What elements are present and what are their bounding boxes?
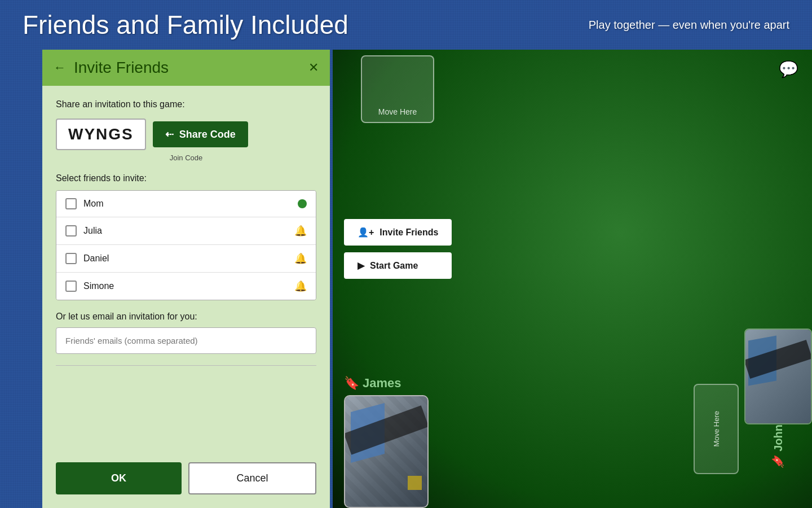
friend-bell-simone: 🔔 bbox=[294, 280, 307, 292]
start-game-label: Start Game bbox=[370, 261, 418, 271]
chat-icon[interactable]: 💬 bbox=[779, 60, 798, 78]
select-friends-label: Select friends to invite: bbox=[56, 173, 316, 183]
james-card bbox=[344, 395, 429, 508]
back-button[interactable]: ← bbox=[54, 60, 66, 75]
panel-footer: OK Cancel bbox=[42, 453, 330, 508]
friend-online-dot-mom bbox=[298, 199, 307, 208]
friend-item-julia: Julia 🔔 bbox=[56, 217, 316, 245]
james-label: 🔖 James bbox=[344, 376, 429, 391]
cancel-button[interactable]: Cancel bbox=[188, 462, 316, 494]
card-stripe-yellow bbox=[408, 476, 422, 490]
start-game-button[interactable]: ▶ Start Game bbox=[344, 252, 452, 279]
join-code-sub-label: Join Code bbox=[56, 154, 316, 162]
close-button[interactable]: ✕ bbox=[308, 60, 319, 75]
friend-checkbox-julia[interactable] bbox=[65, 225, 77, 237]
friend-item-simone: Simone 🔔 bbox=[56, 273, 316, 300]
friend-checkbox-daniel[interactable] bbox=[65, 253, 77, 264]
friend-item-mom: Mom bbox=[56, 191, 316, 217]
friend-bell-daniel: 🔔 bbox=[294, 252, 307, 265]
john-card bbox=[744, 329, 812, 424]
game-action-buttons: 👤+ Invite Friends ▶ Start Game bbox=[344, 219, 452, 279]
code-row: WYNGS ⇠ Share Code bbox=[56, 119, 316, 150]
john-card-texture bbox=[745, 330, 811, 423]
friend-name-julia: Julia bbox=[83, 226, 288, 236]
friend-name-daniel: Daniel bbox=[83, 253, 288, 264]
game-area: 💬 Move Here 👤+ Invite Friends ▶ Start Ga… bbox=[333, 50, 812, 508]
share-icon: ⇠ bbox=[165, 128, 174, 141]
john-bookmark-icon: 🔖 bbox=[771, 455, 785, 468]
john-player-area: 🔖 John bbox=[744, 329, 812, 474]
panel-header: ← Invite Friends ✕ bbox=[42, 50, 330, 86]
page-header: Friends and Family Included Play togethe… bbox=[0, 0, 812, 50]
page-subtitle: Play together — even when you're apart bbox=[589, 19, 789, 32]
friend-name-simone: Simone bbox=[83, 281, 288, 291]
share-code-label: Share Code bbox=[179, 129, 236, 141]
friend-checkbox-simone[interactable] bbox=[65, 281, 77, 292]
invite-friends-label: Invite Friends bbox=[379, 227, 438, 238]
john-label: 🔖 John bbox=[771, 424, 785, 468]
james-player-area: 🔖 James bbox=[344, 376, 429, 508]
move-here-right-label: Move Here bbox=[712, 411, 721, 447]
divider bbox=[56, 365, 316, 366]
james-card-texture bbox=[345, 396, 427, 507]
panel-title: Invite Friends bbox=[74, 59, 169, 77]
ok-button[interactable]: OK bbox=[56, 462, 182, 494]
invite-friends-panel: ← Invite Friends ✕ Share an invitation t… bbox=[42, 50, 330, 508]
friend-bell-julia: 🔔 bbox=[294, 225, 307, 237]
email-input[interactable] bbox=[56, 327, 316, 354]
friend-name-mom: Mom bbox=[83, 199, 291, 209]
friend-item-daniel: Daniel 🔔 bbox=[56, 245, 316, 273]
move-here-right-card[interactable]: Move Here bbox=[694, 384, 739, 474]
join-code-display: WYNGS bbox=[56, 119, 146, 150]
page-title: Friends and Family Included bbox=[23, 10, 348, 40]
share-invitation-label: Share an invitation to this game: bbox=[56, 99, 316, 110]
james-bookmark-icon: 🔖 bbox=[344, 376, 359, 391]
invite-friends-button[interactable]: 👤+ Invite Friends bbox=[344, 219, 452, 246]
friend-checkbox-mom[interactable] bbox=[65, 198, 77, 209]
move-here-top-card[interactable]: Move Here bbox=[361, 55, 434, 123]
panel-body: Share an invitation to this game: WYNGS … bbox=[42, 86, 330, 453]
start-game-icon: ▶ bbox=[358, 260, 364, 271]
invite-friends-icon: 👤+ bbox=[358, 227, 374, 238]
move-here-top-label: Move Here bbox=[378, 107, 417, 116]
panel-header-left: ← Invite Friends bbox=[54, 59, 169, 77]
share-code-button[interactable]: ⇠ Share Code bbox=[153, 121, 248, 147]
friends-list: Mom Julia 🔔 Daniel 🔔 Simone 🔔 bbox=[56, 190, 316, 300]
email-label: Or let us email an invitation for you: bbox=[56, 312, 316, 322]
